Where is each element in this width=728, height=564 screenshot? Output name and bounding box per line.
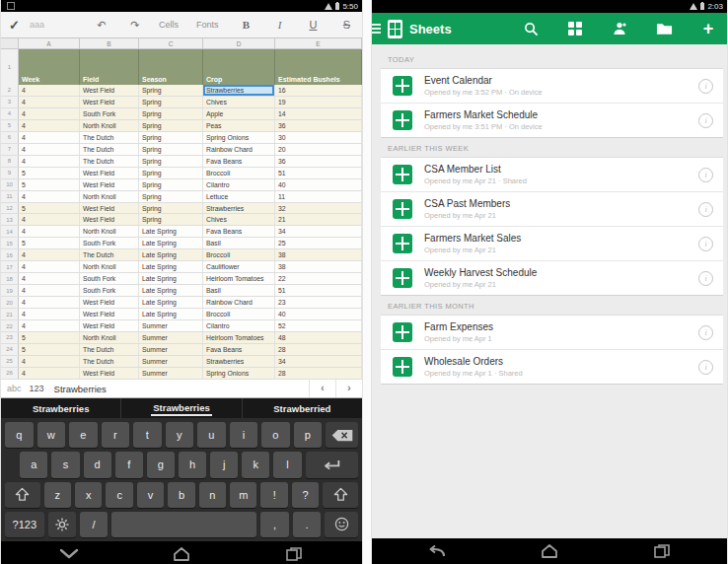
key-shift-right[interactable] — [323, 482, 358, 508]
sheet-cell[interactable]: The Dutch — [80, 156, 139, 167]
sheet-cell[interactable]: 11 — [275, 191, 362, 202]
sheet-cell[interactable]: Heirloom Tomatoes — [203, 332, 275, 343]
key-s[interactable]: s — [51, 452, 79, 477]
sheet-cell[interactable]: Late Spring — [139, 249, 203, 260]
sheet-cell[interactable]: Lettuce — [203, 191, 275, 202]
next-cell-button[interactable]: › — [335, 380, 362, 397]
info-icon[interactable]: i — [698, 79, 713, 94]
sheet-cell[interactable]: 4 — [19, 309, 80, 319]
sheet-cell[interactable]: The Dutch — [80, 132, 139, 143]
info-icon[interactable]: i — [698, 360, 713, 375]
sheet-cell[interactable]: 5 — [19, 179, 80, 190]
sheet-header-cell[interactable]: Season — [139, 49, 203, 85]
sheet-cell[interactable]: West Field — [80, 309, 139, 319]
key-i[interactable]: i — [230, 422, 258, 448]
row-number[interactable]: 17 — [1, 261, 19, 272]
row-number[interactable]: 8 — [1, 156, 19, 167]
sheet-cell[interactable]: Spring Onions — [203, 368, 275, 379]
sheet-cell[interactable]: 4 — [19, 156, 80, 167]
shared-files-button[interactable] — [611, 20, 628, 37]
file-list-item[interactable]: Farm ExpensesOpened by me Apr 1i — [381, 316, 723, 350]
sheet-cell[interactable]: 36 — [275, 156, 362, 167]
sheet-cell[interactable]: West Field — [80, 168, 139, 178]
sheet-cell[interactable]: Spring — [139, 191, 203, 202]
sheet-cell[interactable]: 28 — [275, 368, 362, 379]
sheet-cell[interactable]: Basil — [203, 285, 275, 296]
underline-button[interactable]: U — [307, 19, 319, 31]
sheet-cell[interactable]: Broccoli — [203, 249, 275, 260]
sheet-cell[interactable]: 4 — [19, 249, 80, 260]
row-number[interactable]: 3 — [1, 97, 19, 107]
sheet-cell[interactable]: Peas — [203, 120, 275, 131]
sheet-cell[interactable]: 5 — [19, 168, 80, 178]
key-q[interactable]: q — [5, 422, 34, 448]
sheet-cell[interactable]: 4 — [19, 297, 80, 308]
info-icon[interactable]: i — [698, 237, 713, 251]
row-number[interactable]: 12 — [1, 203, 19, 214]
sheet-cell[interactable]: 38 — [275, 261, 362, 272]
file-list-item[interactable]: CSA Member ListOpened by me Apr 21 · Sha… — [381, 158, 723, 192]
file-list-item[interactable]: CSA Past MembersOpened by me Apr 21i — [381, 192, 723, 227]
sheet-cell[interactable]: Late Spring — [139, 309, 203, 319]
sheet-cell[interactable]: 21 — [275, 214, 362, 225]
sheet-cell[interactable]: 4 — [19, 191, 80, 202]
bold-button[interactable]: B — [240, 19, 252, 31]
prev-cell-button[interactable]: ‹ — [309, 380, 335, 397]
sheet-cell[interactable]: 22 — [275, 273, 362, 284]
select-all-corner[interactable] — [1, 38, 19, 48]
sheet-cell[interactable]: 5 — [19, 203, 80, 214]
sheet-cell[interactable]: 40 — [275, 309, 362, 319]
sheet-cell[interactable]: Spring — [139, 168, 203, 178]
sheet-cell[interactable]: West Field — [80, 297, 139, 308]
sheet-cell[interactable]: The Dutch — [80, 249, 139, 260]
key-enter[interactable] — [306, 452, 358, 477]
sheet-cell[interactable]: Summer — [139, 320, 203, 331]
sheet-cell[interactable]: Apple — [203, 108, 275, 119]
sheet-cell[interactable]: South Fork — [80, 108, 139, 119]
sheet-cell[interactable]: Heirloom Tomatoes — [203, 273, 275, 284]
sheet-cell[interactable]: 30 — [275, 132, 362, 143]
file-list-item[interactable]: Weekly Harvest ScheduleOpened by me Apr … — [381, 261, 723, 295]
sheet-cell[interactable]: 40 — [275, 179, 362, 190]
sheet-cell[interactable]: The Dutch — [80, 344, 139, 355]
hide-keyboard-button[interactable] — [51, 545, 87, 563]
key-space[interactable] — [111, 512, 256, 537]
sheet-cell[interactable]: 4 — [19, 368, 80, 379]
sheet-cell[interactable]: Late Spring — [139, 285, 203, 296]
sheet-cell[interactable]: 16 — [275, 85, 362, 96]
sheet-cell[interactable]: Late Spring — [139, 261, 203, 272]
sheet-cell[interactable]: 4 — [19, 214, 80, 225]
file-list-item[interactable]: Event CalendarOpened by me 3:52 PM · On … — [381, 69, 723, 104]
sheet-cell[interactable]: Summer — [139, 332, 203, 343]
suggestion[interactable]: Strawberries — [1, 398, 120, 418]
sheet-cell[interactable]: Fava Beans — [203, 156, 275, 167]
sheet-cell[interactable]: 28 — [275, 344, 362, 355]
key-![interactable]: ! — [260, 482, 287, 508]
suggestion[interactable]: Strawberried — [242, 398, 362, 418]
sheet-cell[interactable]: Summer — [139, 368, 203, 379]
sheet-cell[interactable]: 34 — [275, 356, 362, 367]
sheet-cell[interactable]: 4 — [19, 356, 80, 367]
sheet-cell[interactable]: 4 — [19, 273, 80, 284]
sheet-cell[interactable]: 5 — [19, 238, 80, 248]
text-mode-button[interactable]: abc — [1, 384, 28, 393]
key-period[interactable]: . — [293, 512, 321, 537]
cell-editor-input[interactable]: Strawberries — [50, 384, 309, 394]
row-number[interactable]: 23 — [1, 332, 19, 343]
sheet-cell[interactable]: North Knoll — [80, 332, 139, 343]
strikethrough-button[interactable]: S — [340, 19, 352, 31]
sheet-cell[interactable]: 4 — [19, 108, 80, 119]
key-r[interactable]: r — [102, 422, 130, 448]
info-icon[interactable]: i — [698, 113, 713, 128]
done-button[interactable]: ✓ — [9, 18, 20, 33]
fonts-menu-button[interactable]: Fonts — [196, 20, 219, 30]
row-number[interactable]: 2 — [1, 85, 19, 96]
sheet-cell[interactable]: 34 — [275, 226, 362, 237]
sheet-cell[interactable]: 32 — [275, 203, 362, 214]
row-number[interactable]: 16 — [1, 249, 19, 260]
sheet-header-cell[interactable]: Crop — [203, 49, 275, 85]
sheet-cell[interactable]: South Fork — [80, 238, 139, 248]
sheet-cell[interactable]: Spring — [139, 203, 203, 214]
row-number[interactable]: 4 — [1, 108, 19, 119]
row-number[interactable]: 9 — [1, 168, 19, 178]
